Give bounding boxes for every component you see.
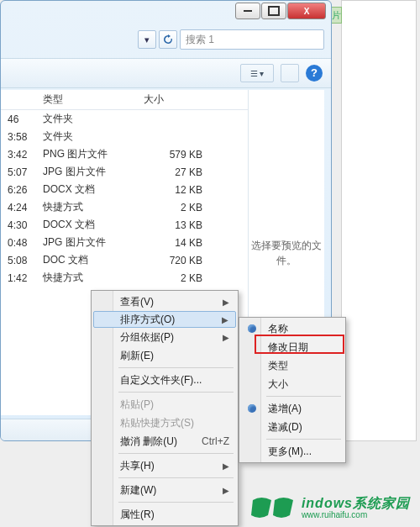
right-side-panel: 片 [341, 0, 417, 441]
menu-separator [118, 502, 234, 503]
table-row[interactable]: 5:08DOC 文档720 KB [1, 251, 248, 269]
cell-type: 快捷方式 [43, 271, 144, 285]
cell-time: 5:08 [1, 255, 43, 266]
minimize-button[interactable] [235, 3, 260, 19]
cell-size: 579 KB [144, 149, 219, 161]
cell-type: DOCX 文档 [43, 218, 144, 232]
sort-type[interactable]: 类型 [241, 356, 344, 375]
cell-type: 文件夹 [43, 129, 144, 144]
cell-type: 文件夹 [43, 112, 144, 126]
view-mode-dropdown[interactable]: ☰ ▾ [240, 64, 274, 82]
menu-separator [118, 453, 234, 454]
refresh-icon [163, 34, 173, 45]
table-row[interactable]: 5:07JPG 图片文件27 KB [1, 163, 248, 181]
cell-type: JPG 图片文件 [43, 165, 144, 179]
close-button[interactable]: X [287, 3, 326, 19]
cell-time: 1:42 [1, 272, 43, 284]
submenu-arrow-icon: ▶ [223, 486, 229, 495]
col-type[interactable]: 类型 [43, 90, 144, 109]
preview-pane-toggle[interactable] [281, 64, 299, 82]
sort-asc[interactable]: 递增(A) [241, 399, 344, 418]
window-controls: X [235, 1, 331, 19]
cell-time: 3:58 [1, 131, 43, 143]
cell-size: 14 KB [144, 237, 219, 249]
menu-separator [266, 439, 341, 440]
cell-size: 12 KB [144, 184, 219, 196]
menu-share[interactable]: 共享(H)▶ [93, 456, 236, 475]
sort-submenu: 名称 修改日期 类型 大小 递增(A) 递减(D) 更多(M)... [239, 317, 346, 463]
cell-type: PNG 图片文件 [43, 147, 144, 161]
menu-undo[interactable]: 撤消 删除(U)Ctrl+Z [93, 432, 236, 451]
cell-time: 6:26 [1, 184, 43, 196]
watermark: indows系统家园 www.ruihaifu.com [249, 495, 410, 520]
col-time[interactable] [1, 90, 43, 109]
menu-customize[interactable]: 自定义文件夹(F)... [93, 371, 236, 389]
cell-time: 0:48 [1, 237, 43, 249]
table-row[interactable]: 4:24快捷方式2 KB [1, 198, 248, 216]
cell-time: 5:07 [1, 166, 43, 178]
cell-size: 720 KB [144, 255, 219, 266]
menu-separator [118, 392, 234, 393]
cell-time: 3:42 [1, 149, 43, 161]
sort-desc[interactable]: 递减(D) [241, 418, 344, 436]
watermark-url: www.ruihaifu.com [302, 510, 410, 519]
submenu-arrow-icon: ▶ [222, 315, 228, 324]
menu-separator [118, 477, 234, 478]
menu-group[interactable]: 分组依据(P)▶ [93, 328, 236, 346]
help-button[interactable]: ? [306, 65, 323, 82]
search-input[interactable]: 搜索 1 [180, 29, 324, 50]
menu-separator [118, 367, 234, 368]
cell-time: 4:30 [1, 219, 43, 231]
nav-row: ▾ 搜索 1 [1, 26, 331, 53]
sort-date[interactable]: 修改日期 [241, 338, 344, 356]
menu-properties[interactable]: 属性(R) [93, 505, 236, 524]
table-row[interactable]: 1:42快捷方式2 KB [1, 269, 248, 287]
menu-view[interactable]: 查看(V)▶ [93, 292, 236, 311]
windows-logo-icon [249, 495, 297, 520]
menu-new[interactable]: 新建(W)▶ [93, 481, 236, 499]
cell-size: 2 KB [144, 272, 219, 284]
cell-type: DOC 文档 [43, 253, 144, 267]
sort-name[interactable]: 名称 [241, 319, 344, 338]
cell-type: 快捷方式 [43, 200, 144, 214]
menu-refresh[interactable]: 刷新(E) [93, 346, 236, 365]
table-row[interactable]: 6:26DOCX 文档12 KB [1, 181, 248, 198]
submenu-arrow-icon: ▶ [223, 461, 229, 471]
sort-size[interactable]: 大小 [241, 375, 344, 393]
drop-button[interactable]: ▾ [138, 30, 156, 49]
submenu-arrow-icon: ▶ [223, 298, 229, 307]
maximize-button[interactable] [261, 3, 286, 19]
refresh-button[interactable] [159, 30, 177, 49]
cell-time: 46 [1, 113, 43, 125]
menu-paste-shortcut: 粘贴快捷方式(S) [93, 414, 236, 432]
radio-bullet-icon [248, 324, 256, 333]
toolbar: ☰ ▾ ? [1, 58, 331, 88]
radio-bullet-icon [248, 404, 256, 413]
cell-type: JPG 图片文件 [43, 235, 144, 250]
menu-sort[interactable]: 排序方式(O)▶ [93, 311, 236, 328]
cell-type: DOCX 文档 [43, 182, 144, 197]
watermark-title: indows系统家园 [302, 496, 410, 511]
preview-placeholder: 选择要预览的文件。 [249, 238, 324, 268]
cell-time: 4:24 [1, 202, 43, 213]
table-row[interactable]: 46文件夹 [1, 110, 248, 128]
menu-separator [266, 396, 341, 397]
submenu-arrow-icon: ▶ [223, 333, 229, 342]
column-headers: 类型 大小 [1, 90, 248, 110]
context-menu: 查看(V)▶ 排序方式(O)▶ 分组依据(P)▶ 刷新(E) 自定义文件夹(F)… [91, 290, 239, 526]
col-size[interactable]: 大小 [144, 90, 219, 109]
table-row[interactable]: 4:30DOCX 文档13 KB [1, 216, 248, 234]
table-row[interactable]: 3:42PNG 图片文件579 KB [1, 145, 248, 163]
table-row[interactable]: 3:58文件夹 [1, 128, 248, 145]
menu-paste: 粘贴(P) [93, 395, 236, 414]
right-tab[interactable]: 片 [330, 7, 342, 24]
cell-size: 27 KB [144, 166, 219, 178]
sort-more[interactable]: 更多(M)... [241, 442, 344, 461]
table-row[interactable]: 0:48JPG 图片文件14 KB [1, 234, 248, 251]
cell-size: 13 KB [144, 219, 219, 231]
cell-size: 2 KB [144, 202, 219, 213]
